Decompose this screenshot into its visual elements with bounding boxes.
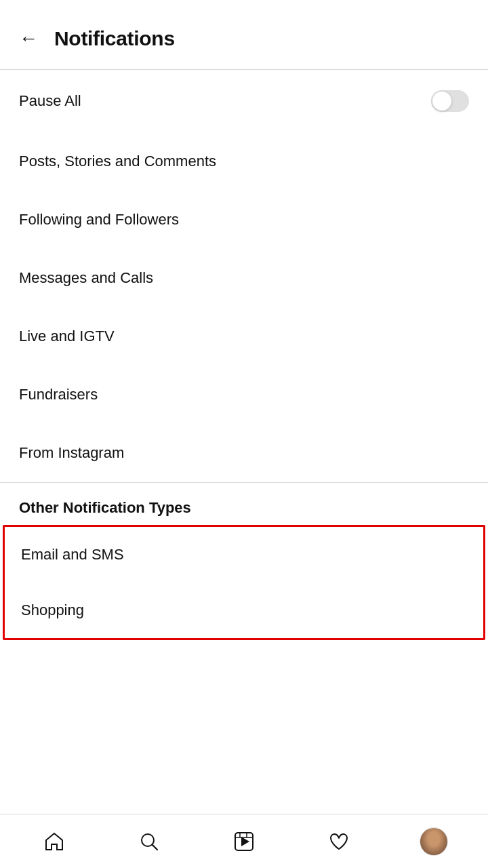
toggle-knob <box>432 92 451 111</box>
nav-profile[interactable] <box>413 821 454 862</box>
email-sms-label: Email and SMS <box>21 546 124 564</box>
pause-all-toggle[interactable] <box>431 90 469 112</box>
svg-line-1 <box>152 844 158 850</box>
live-igtv-label: Live and IGTV <box>19 328 115 345</box>
messages-calls-label: Messages and Calls <box>19 269 153 287</box>
from-instagram-label: From Instagram <box>19 444 124 462</box>
nav-home[interactable] <box>34 821 75 862</box>
email-sms-item[interactable]: Email and SMS <box>5 527 483 583</box>
posts-stories-comments-item[interactable]: Posts, Stories and Comments <box>0 132 488 191</box>
nav-activity[interactable] <box>319 821 359 862</box>
svg-marker-3 <box>241 837 249 846</box>
fundraisers-item[interactable]: Fundraisers <box>0 366 488 424</box>
home-icon <box>44 831 64 852</box>
nav-reels[interactable] <box>224 821 264 862</box>
following-followers-label: Following and Followers <box>19 211 179 229</box>
pause-all-item[interactable]: Pause All <box>0 70 488 132</box>
following-followers-item[interactable]: Following and Followers <box>0 191 488 249</box>
shopping-label: Shopping <box>21 601 84 619</box>
heart-icon <box>329 831 349 852</box>
fundraisers-label: Fundraisers <box>19 386 98 403</box>
messages-calls-item[interactable]: Messages and Calls <box>0 249 488 307</box>
back-button[interactable]: ← <box>19 28 38 50</box>
shopping-item[interactable]: Shopping <box>5 583 483 638</box>
avatar <box>420 827 448 856</box>
from-instagram-item[interactable]: From Instagram <box>0 424 488 482</box>
highlight-box: Email and SMS Shopping <box>3 525 485 640</box>
bottom-nav <box>0 814 488 868</box>
avatar-image <box>420 828 447 855</box>
page-title: Notifications <box>54 27 175 50</box>
posts-stories-comments-label: Posts, Stories and Comments <box>19 153 216 170</box>
nav-search[interactable] <box>129 821 169 862</box>
main-content: Pause All Posts, Stories and Comments Fo… <box>0 70 488 814</box>
search-icon <box>139 831 159 852</box>
other-notification-types-heading: Other Notification Types <box>0 483 488 525</box>
pause-all-label: Pause All <box>19 92 81 110</box>
header: ← Notifications <box>0 0 488 70</box>
live-igtv-item[interactable]: Live and IGTV <box>0 307 488 366</box>
reels-icon <box>234 831 254 852</box>
